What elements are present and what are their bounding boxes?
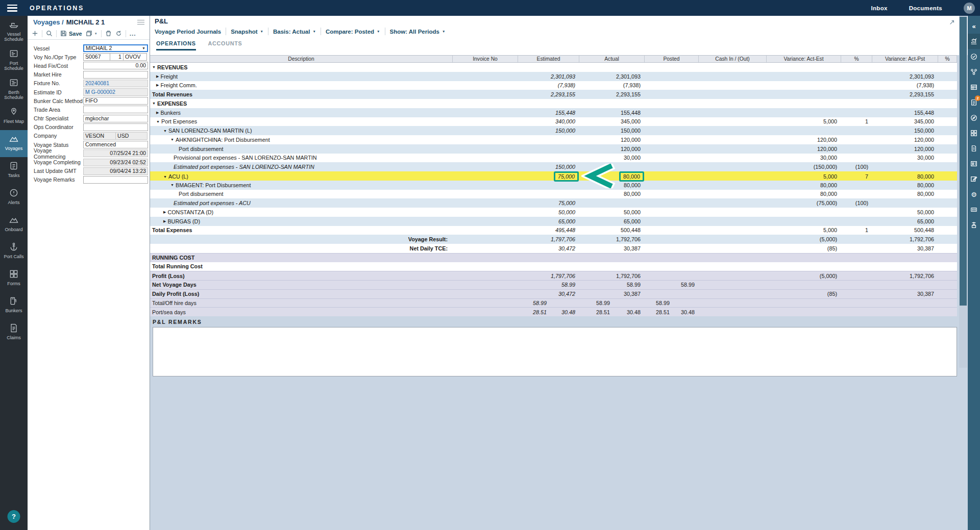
expander-icon[interactable]: ▼ bbox=[152, 65, 156, 69]
save-button[interactable]: Save bbox=[60, 30, 82, 37]
expander-icon[interactable]: ▼ bbox=[170, 183, 174, 187]
expander-icon[interactable]: ▶ bbox=[163, 219, 166, 223]
pnl-row-22[interactable]: Total Running Cost bbox=[150, 262, 957, 271]
user-avatar[interactable]: M bbox=[964, 3, 975, 14]
sidebar-item-fleet-map[interactable]: Fleet Map bbox=[0, 103, 28, 130]
basis-dropdown[interactable]: Basis: Actual▼ bbox=[273, 29, 316, 35]
column-header[interactable]: Invoice No bbox=[453, 56, 518, 62]
voyage-number-input[interactable]: S0067 bbox=[83, 53, 110, 61]
expand-panel-icon[interactable] bbox=[949, 18, 955, 28]
pnl-row-17[interactable]: ▶BURGAS (D) 65,000 65,000 65,000 bbox=[150, 217, 957, 226]
expander-icon[interactable]: ▶ bbox=[156, 74, 159, 79]
hamburger-menu-icon[interactable] bbox=[7, 5, 17, 12]
container-button[interactable] bbox=[968, 202, 980, 217]
pnl-row-4[interactable]: ▼EXPENSES bbox=[150, 99, 957, 108]
pnl-row-2[interactable]: ▶Freight Comm. (7,938) (7,938) (7,938) bbox=[150, 81, 957, 90]
pnl-row-10[interactable]: Provisional port expenses - SAN LORENZO-… bbox=[150, 154, 957, 163]
pnl-row-13[interactable]: ▼BMAGENT: Port Disbursement 80,000 80,00… bbox=[150, 181, 957, 190]
pnl-row-23[interactable]: Profit (Loss) 1,797,706 1,792,706 (5,000… bbox=[150, 271, 957, 280]
crane-button[interactable] bbox=[968, 217, 980, 233]
pnl-row-24[interactable]: Net Voyage Days 58.99 58.99 58.99 bbox=[150, 280, 957, 289]
documents-link[interactable]: Documents bbox=[909, 5, 942, 11]
add-button[interactable] bbox=[32, 30, 38, 37]
column-header[interactable]: Estimated bbox=[518, 56, 579, 62]
delete-button[interactable] bbox=[105, 30, 112, 37]
expander-icon[interactable]: ▼ bbox=[163, 175, 167, 179]
sidebar-item-vessel-schedule[interactable]: Vessel Schedule bbox=[0, 16, 28, 45]
pnl-remarks-textarea[interactable] bbox=[153, 327, 957, 376]
voyage-status-input[interactable]: Commenced bbox=[83, 141, 148, 148]
vertical-scrollbar[interactable] bbox=[959, 16, 967, 368]
inbox-link[interactable]: Inbox bbox=[871, 5, 888, 11]
pnl-row-3[interactable]: Total Revenues 2,293,155 2,293,155 2,293… bbox=[150, 90, 957, 99]
column-header[interactable]: % bbox=[938, 56, 957, 62]
pnl-row-18[interactable]: Total Expenses 495,448 500,448 5,000 1 5… bbox=[150, 226, 957, 235]
sidebar-item-port-schedule[interactable]: Port Schedule bbox=[0, 45, 28, 74]
market-hire-input[interactable] bbox=[83, 71, 148, 79]
help-button[interactable]: ? bbox=[8, 510, 20, 523]
gauge-button[interactable] bbox=[968, 49, 980, 64]
pnl-row-19[interactable]: Voyage Result: 1,797,706 1,792,706 (5,00… bbox=[150, 235, 957, 244]
pnl-row-14[interactable]: Port disbursement 80,000 80,000 80,000 bbox=[150, 190, 957, 199]
column-header[interactable]: Variance: Act-Est bbox=[767, 56, 841, 62]
more-options-button[interactable]: ... bbox=[130, 30, 136, 37]
opr-type-input[interactable]: OVOV bbox=[123, 53, 147, 61]
panel-menu-icon[interactable] bbox=[136, 19, 145, 26]
column-header[interactable]: Cash In / (Out) bbox=[699, 56, 767, 62]
pnl-row-1[interactable]: ▶Freight 2,301,093 2,301,093 2,301,093 bbox=[150, 72, 957, 81]
expander-icon[interactable]: ▼ bbox=[156, 120, 160, 123]
voyage-completing-input[interactable]: 09/23/24 02:52 bbox=[83, 159, 148, 166]
trade-area-input[interactable] bbox=[83, 106, 148, 113]
column-header[interactable]: Description bbox=[150, 56, 453, 62]
voyage-commencing-input[interactable]: 07/25/24 21:00 bbox=[83, 149, 148, 157]
pnl-row-11[interactable]: Estimated port expenses - SAN LORENZO-SA… bbox=[150, 162, 957, 171]
ops-coordinator-input[interactable] bbox=[83, 123, 148, 131]
leg-number-input[interactable]: 1 bbox=[110, 53, 124, 61]
bunker-calc-method-input[interactable]: FIFO bbox=[83, 97, 148, 105]
sidebar-item-alerts[interactable]: Alerts bbox=[0, 184, 28, 211]
tab-operations[interactable]: OPERATIONS bbox=[156, 40, 196, 51]
task-list-button[interactable]: 2 bbox=[968, 95, 980, 110]
vessel-select[interactable]: MICHAIL 2▼ bbox=[83, 44, 148, 52]
pnl-row-27[interactable]: Port/sea days 28.5130.48 28.5130.48 28.5… bbox=[150, 307, 957, 316]
sidebar-item-voyages[interactable]: Voyages bbox=[0, 130, 28, 157]
voyage-period-journals-button[interactable]: Voyage Period Journals bbox=[155, 29, 221, 35]
column-header[interactable]: Actual bbox=[579, 56, 645, 62]
document-button[interactable] bbox=[968, 141, 980, 156]
sidebar-item-berth-schedule[interactable]: Berth Schedule bbox=[0, 74, 28, 103]
pnl-row-26[interactable]: Total/Off hire days 58.99 58.99 58.99 bbox=[150, 298, 957, 308]
expander-icon[interactable]: ▶ bbox=[156, 111, 159, 115]
pnl-row-8[interactable]: ▼AHKNIGHTCHINA: Port Disbursement 120,00… bbox=[150, 135, 957, 144]
pnl-row-16[interactable]: ▶CONSTANTZA (D) 50,000 50,000 50,000 bbox=[150, 208, 957, 217]
workflow-button[interactable] bbox=[968, 64, 980, 80]
last-update-gmt-input[interactable]: 09/04/24 13:23 bbox=[83, 167, 148, 175]
expander-icon[interactable]: ▼ bbox=[152, 102, 156, 105]
pnl-row-5[interactable]: ▶Bunkers 155,448 155,448 155,448 bbox=[150, 108, 957, 117]
table-view-button[interactable] bbox=[968, 80, 980, 95]
pnl-row-12[interactable]: ▼ACU (L) 75,000 80,000 5,000 7 80,000 bbox=[150, 171, 957, 181]
fixture-no-link[interactable]: 20240081 bbox=[83, 80, 148, 87]
chtr-specialist-input[interactable]: mgkochar bbox=[83, 115, 148, 122]
edit-note-button[interactable] bbox=[968, 171, 980, 187]
sidebar-item-claims[interactable]: Claims bbox=[0, 319, 28, 346]
snapshot-dropdown[interactable]: Snapshot▼ bbox=[231, 29, 263, 35]
pnl-row-21[interactable]: RUNNING COST bbox=[150, 253, 957, 262]
pnl-row-15[interactable]: Estimated port expenses - ACU 75,000 (75… bbox=[150, 198, 957, 208]
compare-dropdown[interactable]: Compare: Posted▼ bbox=[326, 29, 380, 35]
pnl-row-25[interactable]: Daily Profit (Loss) 30,472 30,387 (85) 3… bbox=[150, 289, 957, 298]
head-fix-cost-input[interactable]: 0.00 bbox=[83, 62, 148, 69]
sidebar-item-onboard[interactable]: Onboard bbox=[0, 211, 28, 238]
expander-icon[interactable]: ▼ bbox=[170, 138, 174, 141]
column-header[interactable]: Variance: Act-Pst bbox=[872, 56, 938, 62]
sidebar-item-port-calls[interactable]: Port Calls bbox=[0, 238, 28, 265]
analytics-button[interactable] bbox=[968, 34, 980, 49]
expander-icon[interactable]: ▶ bbox=[156, 83, 159, 87]
sidebar-item-forms[interactable]: Forms bbox=[0, 265, 28, 292]
refresh-button[interactable] bbox=[115, 30, 122, 37]
contact-card-button[interactable] bbox=[968, 156, 980, 171]
company-input[interactable]: VESON bbox=[83, 132, 116, 140]
expander-icon[interactable]: ▶ bbox=[163, 210, 166, 214]
pnl-row-6[interactable]: ▼Port Expenses 340,000 345,000 5,000 1 3… bbox=[150, 117, 957, 127]
search-button[interactable] bbox=[46, 30, 53, 37]
collapse-rail-button[interactable]: « bbox=[968, 18, 980, 34]
